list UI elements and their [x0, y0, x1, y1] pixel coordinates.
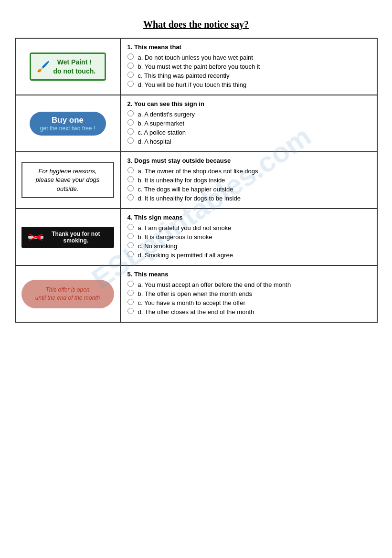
- option-row: a. You must accept an offer before the e…: [127, 281, 370, 288]
- option-label: a. Do not touch unless you have wet pain…: [138, 54, 253, 61]
- option-label: a. A dentist's surgery: [138, 111, 195, 118]
- option-row: b. It is unhealthy for dogs inside: [127, 176, 370, 184]
- main-table: 🖌️ Wet Paint ! do not touch. 1. This mea…: [15, 38, 378, 323]
- table-row: This offer is open until the end of the …: [15, 265, 377, 322]
- option-row: c. This thing was painted recently: [127, 72, 370, 79]
- radio-q5-c[interactable]: [127, 299, 134, 305]
- dogs-sign: For hygiene reasons, please leave your d…: [21, 162, 114, 198]
- option-label: b. A supermarket: [138, 120, 185, 127]
- question-cell-4: 4. This sign means a. I am grateful you …: [120, 209, 377, 265]
- sign-cell-5: This offer is open until the end of the …: [15, 265, 120, 322]
- option-row: d. The offer closes at the end of the mo…: [127, 308, 370, 316]
- option-row: a. The owner of the shop does not like d…: [127, 167, 370, 175]
- option-label: c. This thing was painted recently: [138, 72, 230, 79]
- question-5-title: 5. This means: [127, 271, 370, 278]
- option-label: b. It is unhealthy for dogs inside: [138, 177, 225, 184]
- radio-q2-d[interactable]: [127, 137, 134, 144]
- option-row: d. It is unhealthy for dogs to be inside: [127, 194, 370, 202]
- table-row: 🖌️ Wet Paint ! do not touch. 1. This mea…: [15, 38, 377, 95]
- option-row: b. You must wet the paint before you tou…: [127, 63, 370, 70]
- radio-q3-c[interactable]: [127, 185, 134, 191]
- option-row: a. I am grateful you did not smoke: [127, 224, 370, 232]
- option-row: d. You will be hurt if you touch this th…: [127, 81, 370, 88]
- option-row: a. A dentist's surgery: [127, 110, 370, 118]
- option-row: b. It is dangerous to smoke: [127, 233, 370, 241]
- no-smoking-icon: [28, 233, 41, 242]
- wet-paint-text: Wet Paint ! do not touch.: [53, 58, 96, 75]
- dogs-sign-text: For hygiene reasons, please leave your d…: [28, 167, 107, 193]
- radio-q4-d[interactable]: [127, 251, 134, 257]
- option-label: a. The owner of the shop does not like d…: [138, 168, 258, 175]
- question-cell-3: 3. Dogs must stay outside because a. The…: [120, 152, 377, 209]
- radio-q1-d[interactable]: [127, 81, 134, 87]
- radio-q3-b[interactable]: [127, 176, 134, 182]
- offer-sign-text: This offer is open until the end of the …: [35, 286, 100, 302]
- option-label: c. No smoking: [138, 242, 177, 250]
- no-smoking-sign: Thank you for not smoking.: [21, 227, 114, 248]
- option-row: c. A police station: [127, 128, 370, 136]
- sign-cell-1: 🖌️ Wet Paint ! do not touch.: [15, 38, 120, 95]
- radio-q5-a[interactable]: [127, 281, 134, 287]
- option-row: c. You have a month to accept the offer: [127, 299, 370, 306]
- sign-cell-3: For hygiene reasons, please leave your d…: [15, 152, 120, 209]
- option-label: c. A police station: [138, 129, 186, 136]
- option-row: d. A hospital: [127, 137, 370, 145]
- option-label: b. It is dangerous to smoke: [138, 233, 212, 241]
- paint-icon: 🖌️: [37, 61, 50, 73]
- option-label: d. The offer closes at the end of the mo…: [138, 308, 254, 316]
- radio-q2-b[interactable]: [127, 119, 134, 126]
- option-label: b. The offer is open when the month ends: [138, 290, 252, 297]
- radio-q5-b[interactable]: [127, 290, 134, 296]
- radio-q2-a[interactable]: [127, 110, 134, 116]
- table-row: Buy one get the next two free ! 2. You c…: [15, 95, 377, 152]
- table-row: For hygiene reasons, please leave your d…: [15, 152, 377, 209]
- question-1-title: 1. This means that: [127, 43, 370, 51]
- radio-q4-a[interactable]: [127, 224, 134, 230]
- page: What does the notice say? 🖌️ Wet Paint !…: [15, 19, 378, 323]
- question-cell-1: 1. This means that a. Do not touch unles…: [120, 38, 377, 95]
- option-row: c. No smoking: [127, 242, 370, 250]
- question-4-title: 4. This sign means: [127, 214, 370, 221]
- option-row: d. Smoking is permitted if all agree: [127, 251, 370, 259]
- option-label: a. I am grateful you did not smoke: [138, 224, 232, 232]
- radio-q4-b[interactable]: [127, 233, 134, 239]
- option-label: d. It is unhealthy for dogs to be inside: [138, 195, 241, 202]
- question-2-title: 2. You can see this sign in: [127, 100, 370, 107]
- buy-one-sign: Buy one get the next two free !: [30, 112, 106, 136]
- radio-q3-d[interactable]: [127, 194, 134, 200]
- sign-cell-4: Thank you for not smoking.: [15, 209, 120, 265]
- question-cell-5: 5. This means a. You must accept an offe…: [120, 265, 377, 322]
- radio-q4-c[interactable]: [127, 242, 134, 248]
- option-label: b. You must wet the paint before you tou…: [138, 63, 260, 70]
- radio-q1-b[interactable]: [127, 63, 134, 69]
- option-row: c. The dogs will be happier outside: [127, 185, 370, 193]
- option-label: d. Smoking is permitted if all agree: [138, 252, 233, 259]
- page-title: What does the notice say?: [15, 19, 378, 30]
- radio-q1-c[interactable]: [127, 72, 134, 78]
- option-row: b. The offer is open when the month ends: [127, 290, 370, 297]
- table-row: Thank you for not smoking. 4. This sign …: [15, 209, 377, 265]
- option-label: d. You will be hurt if you touch this th…: [138, 81, 247, 88]
- option-row: a. Do not touch unless you have wet pain…: [127, 53, 370, 61]
- option-label: d. A hospital: [138, 138, 171, 145]
- sign-cell-2: Buy one get the next two free !: [15, 95, 120, 152]
- question-3-title: 3. Dogs must stay outside because: [127, 157, 370, 164]
- question-cell-2: 2. You can see this sign in a. A dentist…: [120, 95, 377, 152]
- radio-q2-c[interactable]: [127, 128, 134, 135]
- radio-q5-d[interactable]: [127, 308, 134, 314]
- offer-sign: This offer is open until the end of the …: [21, 280, 114, 308]
- option-label: a. You must accept an offer before the e…: [138, 281, 291, 288]
- wet-paint-sign: 🖌️ Wet Paint ! do not touch.: [30, 53, 106, 80]
- option-label: c. The dogs will be happier outside: [138, 186, 233, 193]
- option-row: b. A supermarket: [127, 119, 370, 127]
- option-label: c. You have a month to accept the offer: [138, 299, 245, 306]
- radio-q1-a[interactable]: [127, 53, 134, 60]
- radio-q3-a[interactable]: [127, 167, 134, 173]
